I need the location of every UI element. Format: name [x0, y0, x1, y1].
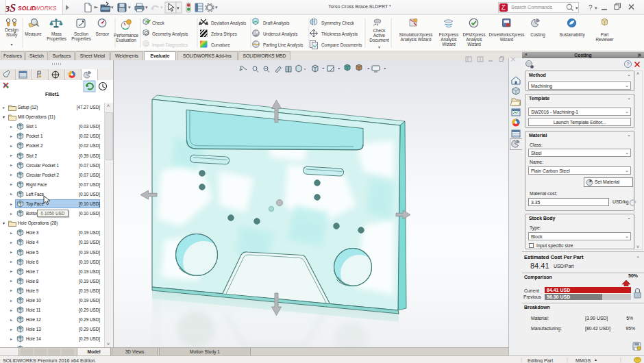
svg-text:▾: ▾ — [575, 5, 578, 10]
svg-text:▾: ▾ — [145, 5, 148, 10]
svg-text:зS: зS — [5, 2, 16, 14]
svg-text:▾: ▾ — [94, 5, 97, 10]
svg-text:SOLID: SOLID — [18, 5, 36, 12]
svg-text:?: ? — [589, 4, 593, 12]
svg-text:▾: ▾ — [111, 5, 114, 10]
svg-text:▾: ▾ — [215, 5, 218, 10]
svg-text:▾: ▾ — [595, 5, 597, 10]
svg-text:▾: ▾ — [177, 5, 179, 10]
svg-text:▾: ▾ — [128, 5, 131, 10]
svg-text:WORKS: WORKS — [34, 5, 57, 12]
svg-text:▾: ▾ — [160, 5, 163, 10]
